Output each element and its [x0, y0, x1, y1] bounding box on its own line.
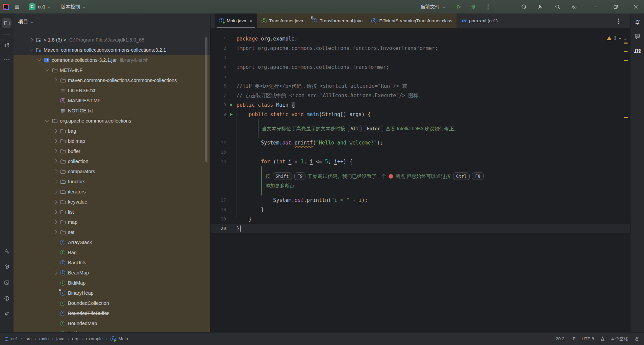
editor[interactable]: 1package org.example;2import org.apache.…	[210, 28, 630, 332]
tab-transformerimpl-java[interactable]: CTransformerImpl.java	[307, 14, 367, 28]
tree-row-arraystack[interactable]: CArrayStack	[14, 237, 210, 247]
tree-row-license-txt[interactable]: LICENSE.txt	[14, 85, 210, 96]
code-line-1[interactable]: 1package org.example;	[210, 34, 630, 44]
more-actions-button[interactable]	[483, 2, 493, 11]
tree-row-boundedcollection[interactable]: IBoundedCollection	[14, 298, 210, 308]
tree-row-collection[interactable]: collection	[14, 156, 210, 166]
tree-row-bidimap[interactable]: bidimap	[14, 136, 210, 146]
tree-row-buffer[interactable]: IBuffer	[14, 328, 210, 332]
main-menu-button[interactable]	[13, 2, 22, 11]
maven-tool-button[interactable]: m	[633, 46, 642, 55]
ai-assistant-button[interactable]	[519, 2, 528, 11]
tree-row-binaryheap[interactable]: CBinaryHeap	[14, 288, 210, 298]
indent-setting[interactable]: 4 个空格	[611, 336, 628, 342]
code-line-13[interactable]: 13	[210, 148, 630, 157]
tree-chevron[interactable]	[52, 169, 58, 174]
tree-chevron[interactable]	[52, 290, 58, 296]
problems-tool-button[interactable]	[2, 294, 11, 303]
tree-row-boundedmap[interactable]: IBoundedMap	[14, 318, 210, 328]
code-line-20[interactable]: 20}	[210, 224, 630, 233]
ai-chat-button[interactable]	[633, 32, 642, 41]
breadcrumb-org[interactable]: org	[72, 336, 78, 341]
code-line-7[interactable]: 7// 点击装订区域中的 <icon src="AllIcons.Actions…	[210, 91, 630, 100]
file-encoding[interactable]: UTF-8	[581, 336, 594, 341]
code-line-8[interactable]: 8public class Main {	[210, 100, 630, 110]
warning-scroll-marker[interactable]	[624, 51, 628, 52]
tree-chevron[interactable]	[52, 260, 58, 265]
tree-row-beanmap[interactable]: CBeanMap	[14, 268, 210, 278]
tree-row-bag[interactable]: bag	[14, 126, 210, 136]
run-gutter-icon[interactable]	[230, 103, 233, 107]
code-line-18[interactable]: 18 }	[210, 205, 630, 214]
minimize-button[interactable]	[591, 2, 600, 11]
code-line-2[interactable]: 2import org.apache.commons.collections.f…	[210, 44, 630, 53]
tree-row-meta-inf[interactable]: META-INF	[14, 65, 210, 75]
tree-row-iterators[interactable]: iterators	[14, 187, 210, 197]
tree-row-bag[interactable]: IBag	[14, 247, 210, 258]
run-gutter-icon[interactable]	[230, 113, 233, 116]
breadcrumb-src[interactable]: src	[26, 336, 31, 341]
line-separator[interactable]: LF	[570, 336, 575, 341]
breadcrumb-main[interactable]: Main	[119, 336, 128, 341]
tree-row-buffer[interactable]: buffer	[14, 146, 210, 156]
tree-chevron[interactable]	[52, 98, 58, 103]
tab-close-icon[interactable]: ×	[250, 18, 253, 23]
tree-row-commons-collections-3-2-1-jar[interactable]: commons-collections-3.2.1.jarlibrary根目录	[14, 55, 210, 65]
tree-scrollbar-thumb[interactable]	[205, 37, 207, 162]
tab-transformer-java[interactable]: ITransformer.java	[257, 14, 308, 28]
tree-chevron[interactable]	[52, 240, 58, 245]
tree-chevron[interactable]	[52, 159, 58, 164]
code-line-12[interactable]: 12 System.out.printf("Hello and welcome!…	[210, 138, 630, 148]
tree-chevron[interactable]	[52, 209, 58, 215]
tree-indent-icon[interactable]	[600, 336, 605, 341]
tree-chevron[interactable]	[52, 108, 58, 113]
tree-row-org-apache-commons-collections[interactable]: org.apache.commons.collections	[14, 116, 210, 126]
structure-tool-button[interactable]	[2, 41, 11, 50]
warning-scroll-marker[interactable]	[624, 117, 628, 118]
build-tool-button[interactable]	[2, 246, 11, 256]
code-line-17[interactable]: 17 System.out.println("i = " + i);	[210, 195, 630, 205]
project-panel-header[interactable]: 项目	[14, 14, 210, 30]
tree-row-comparators[interactable]: comparators	[14, 166, 210, 177]
terminal-tool-button[interactable]	[2, 278, 11, 287]
project-widget[interactable]: C cc1	[29, 3, 51, 10]
tree-chevron[interactable]	[52, 88, 58, 93]
close-button[interactable]	[631, 2, 641, 11]
tree-row-1-8-3[interactable]: < 1.8 (3) >C:\Program Files\Java\jdk1.8.…	[14, 35, 210, 45]
breadcrumb-main[interactable]: main	[39, 336, 49, 341]
vcs-widget[interactable]: 版本控制	[61, 4, 85, 10]
tree-row-functors[interactable]: functors	[14, 177, 210, 187]
tree-chevron[interactable]	[28, 47, 33, 53]
tree-chevron[interactable]	[44, 118, 50, 124]
settings-button[interactable]	[570, 2, 579, 11]
code-line-3[interactable]: 3	[210, 53, 630, 62]
warning-scroll-marker[interactable]	[624, 60, 628, 61]
code-line-9[interactable]: 9 public static void main(String[] args)…	[210, 110, 630, 119]
tree-chevron[interactable]	[52, 179, 58, 184]
tree-row-set[interactable]: set	[14, 227, 210, 237]
tab-options-button[interactable]	[614, 16, 623, 26]
tree-chevron[interactable]	[52, 128, 58, 134]
code-line-6[interactable]: 6//TIP 要<b>运行</b>代码，请按 <shortcut actionI…	[210, 81, 630, 91]
caret-position[interactable]: 20:2	[556, 336, 564, 341]
tree-chevron[interactable]	[52, 230, 58, 235]
tree-row-boundedfifobuffer[interactable]: CBoundedFifoBuffer	[14, 308, 210, 318]
run-button[interactable]	[454, 2, 464, 11]
search-everywhere-button[interactable]	[553, 2, 562, 11]
breadcrumb-cc1[interactable]: cc1	[11, 336, 18, 341]
tree-chevron[interactable]	[52, 199, 58, 205]
code-line-5[interactable]: 5	[210, 72, 630, 81]
tree-row-keyvalue[interactable]: keyvalue	[14, 197, 210, 207]
next-problem-icon[interactable]	[624, 37, 626, 39]
warning-scroll-marker[interactable]	[624, 43, 628, 44]
more-tools-button[interactable]	[2, 54, 11, 64]
tree-chevron[interactable]	[52, 138, 58, 144]
tree-chevron[interactable]	[52, 78, 58, 83]
vcs-tool-button[interactable]	[2, 309, 11, 319]
code-line-4[interactable]: 4import org.apache.commons.collections.T…	[210, 62, 630, 72]
tree-chevron[interactable]	[52, 321, 58, 326]
code-area[interactable]: 1package org.example;2import org.apache.…	[210, 34, 630, 233]
project-tool-button[interactable]	[2, 18, 11, 28]
tab-main-java[interactable]: CMain.java×	[215, 14, 257, 28]
tree-chevron[interactable]	[52, 250, 58, 255]
